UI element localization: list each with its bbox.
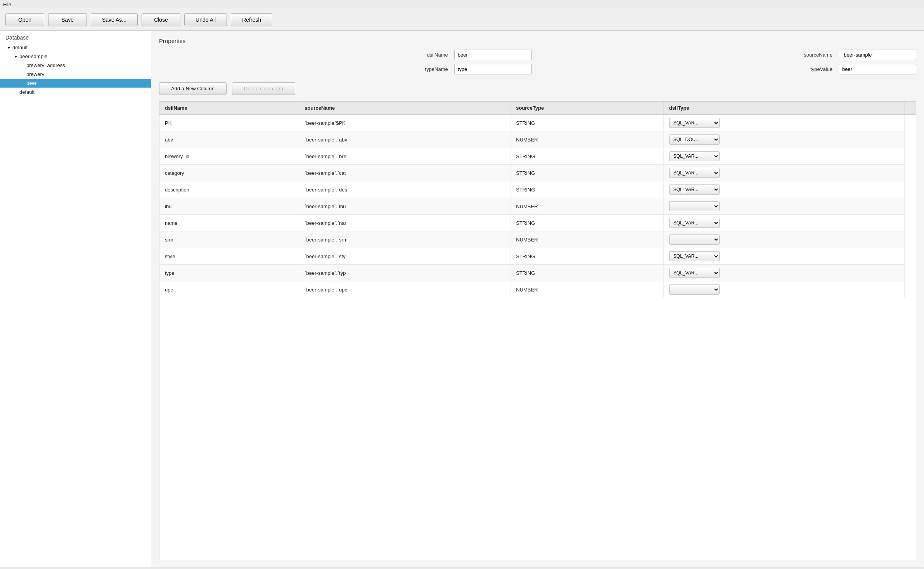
toolbar: Open Save Save As... Close Undo All Refr… bbox=[0, 9, 924, 31]
sidebar: Database ▼default▼beer-samplebrewery_add… bbox=[0, 31, 151, 567]
tree-arrow-icon: ▼ bbox=[14, 55, 19, 59]
cell-dsii-type: SQL_VAR... bbox=[663, 115, 904, 131]
cell-dsii-type: SQL_VAR... bbox=[663, 165, 904, 181]
cell-dsii-name: type bbox=[159, 265, 299, 281]
tree-item-default-root[interactable]: ▼default bbox=[0, 43, 151, 52]
cell-dsii-name: PK bbox=[159, 115, 299, 131]
refresh-button[interactable]: Refresh bbox=[231, 13, 272, 26]
cell-dsii-type: SQL_DOU... bbox=[663, 131, 904, 148]
dsii-type-select[interactable] bbox=[669, 284, 720, 295]
cell-source-type: STRING bbox=[510, 265, 664, 281]
table-row: brewery_id`beer-sample`.`breSTRINGSQL_VA… bbox=[159, 148, 916, 165]
tree-item-label: default bbox=[12, 45, 28, 50]
tree-item-beer[interactable]: beer bbox=[0, 79, 151, 88]
tree-arrow-icon: ▼ bbox=[7, 46, 12, 50]
cell-dsii-name: srm bbox=[159, 231, 299, 248]
table-row: upc`beer-sample`.`upcNUMBER bbox=[159, 281, 916, 298]
table-row: style`beer-sample`.`stySTRINGSQL_VAR... bbox=[159, 248, 916, 265]
table-row: category`beer-sample`.`catSTRINGSQL_VAR.… bbox=[159, 165, 916, 181]
tree-item-default-leaf[interactable]: default bbox=[0, 88, 151, 97]
open-button[interactable]: Open bbox=[5, 13, 44, 26]
cell-dsii-type bbox=[663, 281, 904, 298]
tree-item-brewery-address[interactable]: brewery_address bbox=[0, 61, 151, 70]
table-row: description`beer-sample`.`desSTRINGSQL_V… bbox=[159, 181, 916, 198]
dsii-type-select[interactable] bbox=[669, 234, 720, 245]
tree-item-label: beer-sample bbox=[19, 53, 47, 59]
table-body: PK`beer-sample`$PKSTRINGSQL_VAR...abv`be… bbox=[159, 115, 916, 298]
tree-item-label: default bbox=[19, 89, 35, 95]
main-area: Database ▼default▼beer-samplebrewery_add… bbox=[0, 31, 924, 567]
table-header: dsiiNamesourceNamesourceTypedsiiType bbox=[159, 102, 916, 115]
cell-dsii-type: SQL_VAR... bbox=[663, 248, 904, 265]
dsii-type-select[interactable]: SQL_DOU... bbox=[669, 134, 720, 145]
col-header-sourceType: sourceType bbox=[510, 102, 664, 115]
add-column-button[interactable]: Add a New Column bbox=[159, 82, 227, 95]
save-as-button[interactable]: Save As... bbox=[91, 13, 138, 26]
tree-item-beer-sample[interactable]: ▼beer-sample bbox=[0, 52, 151, 61]
dsii-type-select[interactable]: SQL_VAR... bbox=[669, 118, 720, 128]
type-value-label: typeValue bbox=[538, 66, 832, 72]
close-button[interactable]: Close bbox=[142, 13, 180, 26]
cell-source-name: `beer-sample`.`typ bbox=[299, 265, 510, 281]
cell-source-name: `beer-sample`.`sty bbox=[299, 248, 510, 265]
dsii-type-select[interactable]: SQL_VAR... bbox=[669, 251, 720, 261]
dsii-type-select[interactable]: SQL_VAR... bbox=[669, 184, 720, 195]
cell-source-type: STRING bbox=[510, 115, 664, 131]
content-area: Properties dsiiName sourceName typeName … bbox=[151, 31, 924, 567]
table-row: srm`beer-sample`.`srmNUMBER bbox=[159, 231, 916, 248]
table-row: ibu`beer-sample`.`ibuNUMBER bbox=[159, 198, 916, 215]
cell-dsii-name: name bbox=[159, 215, 299, 231]
cell-dsii-type: SQL_VAR... bbox=[663, 265, 904, 281]
dsii-type-select[interactable]: SQL_VAR... bbox=[669, 151, 720, 161]
type-name-label: typeName bbox=[159, 66, 448, 72]
table-row: name`beer-sample`.`narSTRINGSQL_VAR... bbox=[159, 215, 916, 231]
cell-source-name: `beer-sample`.`cat bbox=[299, 165, 510, 181]
cell-dsii-type bbox=[663, 231, 904, 248]
dsii-type-select[interactable]: SQL_VAR... bbox=[669, 168, 720, 178]
cell-source-name: `beer-sample`.`bre bbox=[299, 148, 510, 165]
cell-source-type: NUMBER bbox=[510, 281, 664, 298]
database-tree: ▼default▼beer-samplebrewery_addressbrewe… bbox=[0, 43, 151, 97]
type-value-input[interactable] bbox=[839, 64, 916, 74]
col-header-spacer bbox=[905, 102, 916, 115]
delete-column-button[interactable]: Delete Column(s) bbox=[232, 82, 295, 95]
col-header-dsiiName: dsiiName bbox=[159, 102, 299, 115]
cell-source-name: `beer-sample`.`des bbox=[299, 181, 510, 198]
cell-source-name: `beer-sample`.`abv bbox=[299, 131, 510, 148]
dsii-type-select[interactable] bbox=[669, 201, 720, 211]
cell-source-type: STRING bbox=[510, 215, 664, 231]
undo-all-button[interactable]: Undo All bbox=[184, 13, 227, 26]
header-row: dsiiNamesourceNamesourceTypedsiiType bbox=[159, 102, 916, 115]
dsii-name-input[interactable] bbox=[454, 50, 532, 60]
dsii-type-select[interactable]: SQL_VAR... bbox=[669, 268, 720, 278]
cell-dsii-name: style bbox=[159, 248, 299, 265]
cell-dsii-name: brewery_id bbox=[159, 148, 299, 165]
cell-dsii-type: SQL_VAR... bbox=[663, 215, 904, 231]
cell-source-type: NUMBER bbox=[510, 198, 664, 215]
col-header-sourceName: sourceName bbox=[299, 102, 510, 115]
menu-bar: File bbox=[0, 0, 924, 9]
source-name-label: sourceName bbox=[538, 52, 832, 58]
cell-dsii-name: ibu bbox=[159, 198, 299, 215]
file-menu[interactable]: File bbox=[3, 2, 11, 7]
source-name-input[interactable] bbox=[839, 50, 916, 60]
col-header-dsiiType: dsiiType bbox=[663, 102, 904, 115]
dsii-name-label: dsiiName bbox=[159, 52, 448, 58]
cell-source-type: STRING bbox=[510, 248, 664, 265]
cell-source-type: STRING bbox=[510, 148, 664, 165]
table-row: type`beer-sample`.`typSTRINGSQL_VAR... bbox=[159, 265, 916, 281]
properties-title: Properties bbox=[159, 38, 916, 44]
dsii-type-select[interactable]: SQL_VAR... bbox=[669, 218, 720, 228]
tree-item-label: brewery bbox=[26, 71, 44, 77]
cell-source-name: `beer-sample`$PK bbox=[299, 115, 510, 131]
cell-dsii-name: upc bbox=[159, 281, 299, 298]
cell-source-type: STRING bbox=[510, 165, 664, 181]
save-button[interactable]: Save bbox=[48, 13, 87, 26]
cell-source-type: NUMBER bbox=[510, 131, 664, 148]
cell-dsii-name: category bbox=[159, 165, 299, 181]
cell-source-name: `beer-sample`.`ibu bbox=[299, 198, 510, 215]
table-row: PK`beer-sample`$PKSTRINGSQL_VAR... bbox=[159, 115, 916, 131]
tree-item-brewery[interactable]: brewery bbox=[0, 70, 151, 79]
columns-table-container: dsiiNamesourceNamesourceTypedsiiType PK`… bbox=[159, 101, 916, 560]
type-name-input[interactable] bbox=[454, 64, 532, 74]
